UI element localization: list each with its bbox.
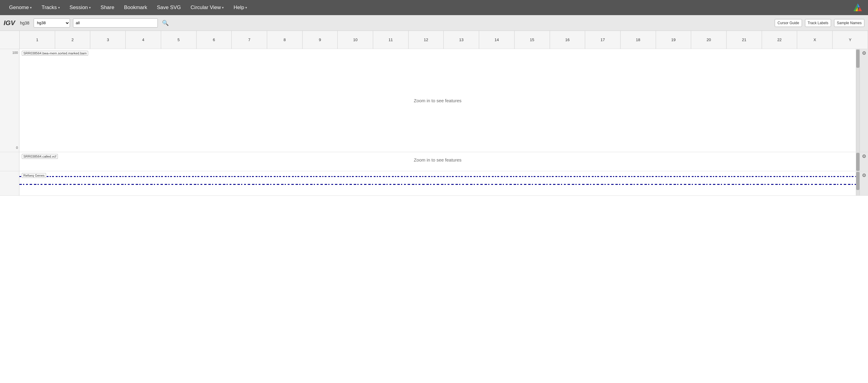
nav-genome[interactable]: Genome ▾ [5, 3, 36, 12]
chr-18[interactable]: 18 [620, 31, 656, 49]
chr-2[interactable]: 2 [55, 31, 90, 49]
vcf-scrollbar-thumb[interactable] [856, 153, 860, 171]
igv-logo: IGV [4, 19, 15, 27]
chr-15[interactable]: 15 [514, 31, 550, 49]
chr-16[interactable]: 16 [550, 31, 585, 49]
toolbar: IGV hg38 hg38hg19mm10mm39 🔍 Cursor Guide… [0, 15, 868, 31]
bam-scrollbar-thumb[interactable] [856, 49, 860, 68]
nav-session-label: Session [70, 4, 88, 10]
bam-track-body[interactable]: SRR038564.bwa-mem.sorted.marked.bam Zoom… [20, 49, 856, 152]
chr-Y[interactable]: Y [832, 31, 868, 49]
vcf-track-row: SRR038564.called.vcf Zoom in to see feat… [0, 152, 868, 171]
chromosome-ruler: 1 2 3 4 5 6 7 8 9 10 11 12 13 14 15 16 1… [0, 31, 868, 49]
refseq-row-2 [20, 184, 856, 185]
nav-help-chevron: ▾ [245, 6, 247, 10]
chr-11[interactable]: 11 [373, 31, 408, 49]
chr-3[interactable]: 3 [90, 31, 125, 49]
chr-19[interactable]: 19 [656, 31, 691, 49]
nav-tracks-label: Tracks [41, 4, 57, 10]
genome-label: hg38 [20, 21, 29, 26]
nav-tracks[interactable]: Tracks ▾ [37, 3, 64, 12]
nav-session[interactable]: Session ▾ [65, 3, 95, 12]
nav-help[interactable]: Help ▾ [229, 3, 251, 12]
chr-21[interactable]: 21 [726, 31, 762, 49]
refseq-track-settings-button[interactable]: ⚙ [860, 171, 868, 196]
refseq-track-scrollbar[interactable] [856, 171, 860, 196]
nav-circular-view-chevron: ▾ [222, 6, 224, 10]
vcf-track-scrollbar[interactable] [856, 152, 860, 171]
refseq-track-label: Refseq Genes [22, 173, 46, 178]
refseq-track-row: Refseq Genes ⚙ [0, 171, 868, 196]
nav-session-chevron: ▾ [89, 6, 91, 10]
bam-scale-max: 100 [12, 51, 18, 55]
chr-7[interactable]: 7 [231, 31, 267, 49]
nav-genome-label: Genome [9, 4, 29, 10]
refseq-scrollbar-thumb[interactable] [856, 172, 860, 190]
cursor-guide-button[interactable]: Cursor Guide [775, 19, 802, 27]
nav-share[interactable]: Share [96, 3, 118, 12]
refseq-genes-visualization [20, 171, 856, 196]
sample-names-button[interactable]: Sample Names [834, 19, 864, 27]
bam-track-scrollbar[interactable] [856, 49, 860, 152]
chr-20[interactable]: 20 [691, 31, 726, 49]
chr-1[interactable]: 1 [20, 31, 55, 49]
google-icon [852, 2, 863, 13]
bam-scale-min: 0 [16, 146, 18, 149]
nav-help-label: Help [234, 4, 244, 10]
chr-13[interactable]: 13 [443, 31, 479, 49]
chr-5[interactable]: 5 [161, 31, 196, 49]
svg-marker-2 [858, 7, 862, 11]
refseq-track-body[interactable]: Refseq Genes [20, 171, 856, 196]
bam-settings-icon: ⚙ [862, 50, 866, 56]
vcf-track-settings-button[interactable]: ⚙ [860, 152, 868, 171]
bam-track-settings-button[interactable]: ⚙ [860, 49, 868, 152]
search-button[interactable]: 🔍 [161, 19, 170, 28]
chr-X[interactable]: X [797, 31, 832, 49]
nav-save-svg-label: Save SVG [157, 4, 181, 10]
vcf-track-scale [0, 152, 20, 171]
vcf-settings-icon: ⚙ [862, 153, 866, 159]
chr-12[interactable]: 12 [408, 31, 444, 49]
track-labels-button[interactable]: Track Labels [805, 19, 831, 27]
refseq-row-1 [20, 176, 856, 177]
nav-circular-view[interactable]: Circular View ▾ [186, 3, 228, 12]
nav-tracks-chevron: ▾ [58, 6, 60, 10]
nav-circular-view-label: Circular View [190, 4, 221, 10]
tracks-container: 100 0 SRR038564.bwa-mem.sorted.marked.ba… [0, 49, 868, 196]
vcf-track-body[interactable]: SRR038564.called.vcf Zoom in to see feat… [20, 152, 856, 167]
chr-10[interactable]: 10 [337, 31, 373, 49]
nav-bookmark-label: Bookmark [124, 4, 147, 10]
chr-14[interactable]: 14 [479, 31, 514, 49]
locus-input[interactable] [73, 19, 158, 28]
chr-22[interactable]: 22 [762, 31, 797, 49]
bam-track-label: SRR038564.bwa-mem.sorted.marked.bam [22, 51, 88, 56]
nav-share-label: Share [100, 4, 114, 10]
genome-select[interactable]: hg38hg19mm10mm39 [34, 19, 70, 28]
refseq-track-scale [0, 171, 20, 196]
svg-marker-1 [858, 3, 860, 7]
bam-track-scale: 100 0 [0, 49, 20, 152]
chr-4[interactable]: 4 [125, 31, 161, 49]
nav-save-svg[interactable]: Save SVG [153, 3, 185, 12]
nav-genome-chevron: ▾ [30, 6, 32, 10]
bam-track-row: 100 0 SRR038564.bwa-mem.sorted.marked.ba… [0, 49, 868, 152]
nav-bookmark[interactable]: Bookmark [120, 3, 151, 12]
chr-8[interactable]: 8 [267, 31, 302, 49]
refseq-settings-icon: ⚙ [862, 172, 866, 178]
top-navigation: Genome ▾ Tracks ▾ Session ▾ Share Bookma… [0, 0, 868, 15]
vcf-track-label: SRR038564.called.vcf [22, 154, 58, 159]
chr-9[interactable]: 9 [302, 31, 338, 49]
vcf-zoom-message: Zoom in to see features [414, 157, 462, 163]
chr-17[interactable]: 17 [585, 31, 620, 49]
bam-zoom-message: Zoom in to see features [414, 98, 462, 103]
chr-6[interactable]: 6 [196, 31, 232, 49]
